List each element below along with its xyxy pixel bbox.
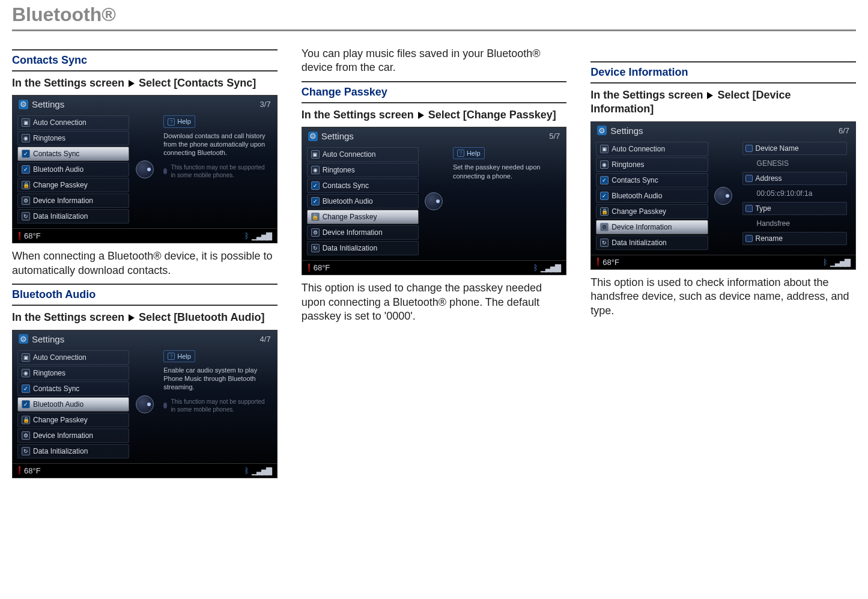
list-item-icon: ⚙ <box>22 196 30 205</box>
address-label: Address <box>756 174 782 183</box>
list-item[interactable]: ▣Auto Connection <box>596 142 708 156</box>
help-label: Help <box>177 117 191 126</box>
list-item[interactable]: ⚙Device Information <box>596 220 708 234</box>
bluetooth-icon: ᛒ <box>244 466 249 475</box>
section-heading-bluetooth-audio: Bluetooth Audio <box>12 284 278 306</box>
list-item[interactable]: ▣Auto Connection <box>307 147 419 162</box>
list-item-icon: ◉ <box>600 160 609 169</box>
list-item-label: Contacts Sync <box>612 176 658 184</box>
list-item-icon: 🔒 <box>22 181 30 189</box>
list-item[interactable]: ↻Data Initialization <box>307 241 419 255</box>
list-item-label: Data Initialization <box>323 244 377 252</box>
temperature: 68°F <box>602 258 619 267</box>
thermometer-icon <box>597 258 599 266</box>
list-item-icon: ▣ <box>311 150 320 159</box>
list-item-label: Device Information <box>612 223 672 231</box>
triangle-icon <box>418 112 424 119</box>
list-item[interactable]: ✓Bluetooth Audio <box>17 397 129 412</box>
list-item-icon: ✓ <box>22 150 30 158</box>
help-panel: ?Help Set the passkey needed upon connec… <box>449 147 561 255</box>
triangle-icon <box>707 92 713 99</box>
list-item[interactable]: ↻Data Initialization <box>596 236 708 250</box>
list-item-icon: 🔒 <box>600 207 609 216</box>
list-item-label: Auto Connection <box>33 118 86 127</box>
screen-title: Settings <box>32 99 260 109</box>
instruction-contacts-sync: In the Settings screen Select [Contacts … <box>12 76 278 90</box>
list-item[interactable]: ✓Bluetooth Audio <box>17 162 129 177</box>
screen-title: Settings <box>321 131 550 141</box>
list-item[interactable]: 🔒Change Passkey <box>17 178 129 192</box>
list-item-label: Device Information <box>323 228 383 237</box>
list-item[interactable]: ✓Bluetooth Audio <box>596 189 708 203</box>
list-item-icon: ✓ <box>22 400 30 409</box>
question-icon: ? <box>457 150 464 157</box>
column-layout: Contacts Sync In the Settings screen Sel… <box>12 43 856 484</box>
device-info-panel: Device Name GENESIS Address 00:05:c9:10:… <box>739 142 851 250</box>
instruction-prefix: In the Settings screen <box>12 311 124 323</box>
list-item[interactable]: ✓Contacts Sync <box>17 147 129 161</box>
list-item[interactable]: 🔒Change Passkey <box>596 204 708 219</box>
list-item-icon: 🔒 <box>311 213 320 221</box>
list-item-label: Bluetooth Audio <box>33 165 83 174</box>
screen-header: ⚙ Settings 5/7 <box>302 127 566 145</box>
question-icon: ? <box>168 353 175 360</box>
list-item[interactable]: ◉Ringtones <box>596 157 708 172</box>
type-label: Type <box>756 204 771 213</box>
signal-icon: ▁▃▅▇ <box>541 263 560 272</box>
list-item-label: Device Information <box>33 431 93 440</box>
column-3: Device Information In the Settings scree… <box>590 43 856 484</box>
page-indicator: 6/7 <box>839 126 849 135</box>
desc-change-passkey: This option is used to change the passke… <box>302 281 567 323</box>
list-item-label: Ringtones <box>323 166 355 174</box>
instruction-device-info: In the Settings screen Select [Device In… <box>590 88 856 117</box>
list-item[interactable]: ▣Auto Connection <box>17 115 129 130</box>
list-item-label: Data Initialization <box>612 239 666 247</box>
list-item[interactable]: ↻Data Initialization <box>17 444 129 458</box>
desc-bluetooth-audio-play: You can play music files saved in your B… <box>302 47 567 75</box>
section-heading-change-passkey: Change Passkey <box>302 81 567 103</box>
help-panel: ?Help Enable car audio system to play Ph… <box>160 350 272 458</box>
list-item[interactable]: 🔒Change Passkey <box>307 210 419 224</box>
list-item-label: Bluetooth Audio <box>612 192 662 200</box>
list-item-label: Contacts Sync <box>33 385 79 393</box>
rename-icon <box>745 235 753 242</box>
list-item[interactable]: ⚙Device Information <box>307 225 419 240</box>
list-item-icon: ↻ <box>22 447 30 455</box>
desc-contacts-sync: When connecting a Bluetooth® device, it … <box>12 249 278 278</box>
list-item-icon: ⚙ <box>600 223 609 231</box>
footnote-text: This function may not be supported in so… <box>171 163 268 179</box>
list-item[interactable]: ▣Auto Connection <box>17 350 129 365</box>
list-item-label: Contacts Sync <box>33 150 79 158</box>
list-item[interactable]: ↻Data Initialization <box>17 209 129 223</box>
screenshot-contacts-sync: ⚙ Settings 3/7 ▣Auto Connection◉Ringtone… <box>12 95 278 243</box>
list-item[interactable]: ✓Bluetooth Audio <box>307 194 419 208</box>
status-bar: 68°F ᛒ ▁▃▅▇ <box>13 463 277 478</box>
list-item[interactable]: ✓Contacts Sync <box>596 173 708 187</box>
list-item[interactable]: ◉Ringtones <box>307 163 419 177</box>
device-name-value: GENESIS <box>742 157 847 169</box>
list-item-label: Ringtones <box>33 369 65 377</box>
list-item-icon: ▣ <box>22 118 30 127</box>
temperature: 68°F <box>314 263 330 272</box>
list-item-icon: ✓ <box>600 176 609 184</box>
list-item[interactable]: ◉Ringtones <box>17 131 129 145</box>
status-bar: 68°F ᛒ ▁▃▅▇ <box>302 260 566 275</box>
list-item[interactable]: ✓Contacts Sync <box>17 382 129 396</box>
list-item-label: Change Passkey <box>612 207 666 216</box>
question-icon: ? <box>168 118 175 126</box>
list-item[interactable]: ✓Contacts Sync <box>307 178 419 193</box>
list-item[interactable]: ⚙Device Information <box>17 428 129 443</box>
page-indicator: 4/7 <box>260 335 271 344</box>
type-value: Handsfree <box>742 217 847 230</box>
list-item[interactable]: ⚙Device Information <box>17 193 129 208</box>
signal-icon: ▁▃▅▇ <box>830 258 849 267</box>
screen-title: Settings <box>32 334 260 344</box>
list-item[interactable]: 🔒Change Passkey <box>17 413 129 427</box>
list-item[interactable]: ◉Ringtones <box>17 366 129 380</box>
screen-header: ⚙ Settings 4/7 <box>13 330 277 348</box>
signal-icon: ▁▃▅▇ <box>252 466 271 475</box>
page-indicator: 5/7 <box>549 132 560 141</box>
footnote-row: This function may not be supported in so… <box>163 398 268 413</box>
triangle-icon <box>129 80 135 87</box>
list-item-label: Ringtones <box>33 134 65 142</box>
